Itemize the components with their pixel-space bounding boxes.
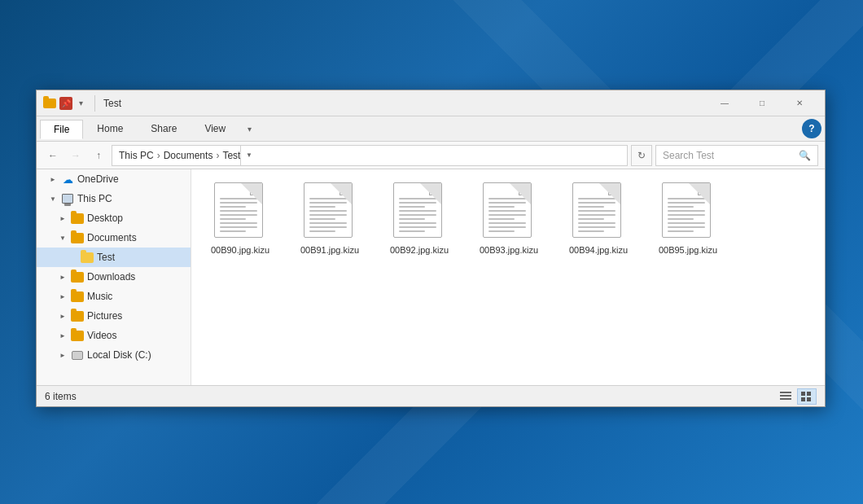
sidebar-item-pictures[interactable]: ► Pictures	[37, 306, 191, 326]
sidebar-item-desktop[interactable]: ► Desktop	[37, 208, 191, 228]
file-item-5[interactable]: 00B95.jpg.kizu	[647, 177, 729, 261]
back-button[interactable]: ←	[43, 146, 63, 165]
expand-arrow-desktop: ►	[59, 215, 69, 222]
sidebar-label-desktop: Desktop	[87, 213, 123, 224]
sidebar-label-test: Test	[97, 252, 115, 263]
doc-line	[578, 210, 615, 212]
tab-home[interactable]: Home	[83, 119, 137, 138]
details-view-button[interactable]	[776, 388, 795, 405]
expand-arrow-pictures: ►	[59, 313, 69, 320]
desktop-folder-icon	[71, 212, 84, 225]
tab-share[interactable]: Share	[137, 119, 191, 138]
maximize-button[interactable]: □	[743, 90, 781, 116]
explorer-window: 📌 ▾ Test — □ ✕ File Home Share View ▾ ? …	[36, 90, 826, 407]
doc-lines-1	[309, 198, 347, 232]
ribbon-expand-icon[interactable]: ▾	[239, 119, 259, 138]
doc-line	[309, 198, 347, 199]
address-dropdown-arrow[interactable]: ▼	[240, 145, 256, 166]
titlebar-folder-icon	[43, 99, 56, 108]
doc-line	[309, 226, 347, 228]
doc-line	[578, 214, 615, 216]
file-item-3[interactable]: 00B93.jpg.kizu	[468, 177, 550, 261]
doc-line	[488, 214, 526, 216]
sidebar-item-music[interactable]: ► Music	[37, 287, 191, 306]
large-icons-view-button[interactable]	[797, 388, 817, 405]
tab-view[interactable]: View	[191, 119, 239, 138]
up-button[interactable]: ↑	[89, 146, 108, 165]
file-name-0: 00B90.jpg.kizu	[211, 244, 269, 256]
address-path[interactable]: This PC › Documents › Test ▼	[112, 145, 628, 166]
doc-line	[578, 198, 615, 199]
doc-line	[668, 214, 705, 216]
doc-line	[668, 230, 694, 232]
sidebar-label-thispc: This PC	[77, 193, 112, 204]
doc-line	[399, 198, 436, 199]
search-box[interactable]: 🔍	[655, 145, 818, 166]
doc-line	[399, 226, 436, 228]
file-item-1[interactable]: 00B91.jpg.kizu	[289, 177, 370, 261]
videos-folder-icon	[71, 329, 84, 342]
file-icon-0	[214, 182, 266, 241]
search-icon[interactable]: 🔍	[799, 150, 811, 161]
forward-button[interactable]: →	[66, 146, 85, 165]
doc-line	[399, 206, 425, 208]
drive-icon	[71, 348, 84, 362]
status-item-count: 6 items	[45, 391, 776, 402]
search-input[interactable]	[663, 150, 795, 161]
titlebar-dropdown-arrow[interactable]: ▾	[79, 99, 83, 107]
svg-rect-0	[780, 392, 791, 393]
details-view-icon	[780, 392, 791, 401]
doc-line	[578, 230, 604, 232]
breadcrumb-documents[interactable]: Documents	[164, 150, 213, 161]
file-item-0[interactable]: 00B90.jpg.kizu	[199, 177, 281, 261]
doc-line	[309, 222, 347, 224]
file-item-4[interactable]: 00B94.jpg.kizu	[558, 177, 639, 261]
sidebar-item-onedrive[interactable]: ► ☁ OneDrive	[37, 169, 191, 189]
doc-line	[488, 206, 515, 208]
doc-line	[578, 218, 604, 220]
help-button[interactable]: ?	[802, 119, 821, 138]
doc-lines-2	[399, 198, 436, 232]
file-icon-1	[304, 182, 356, 241]
file-content: 00B90.jpg.kizu	[191, 169, 825, 385]
close-button[interactable]: ✕	[781, 90, 818, 116]
doc-line	[309, 214, 347, 216]
file-item-2[interactable]: 00B92.jpg.kizu	[379, 177, 460, 261]
sidebar-item-downloads[interactable]: ► Downloads	[37, 267, 191, 287]
doc-lines-3	[488, 198, 526, 232]
sidebar-label-documents: Documents	[87, 232, 137, 243]
file-name-4: 00B94.jpg.kizu	[569, 244, 628, 256]
file-name-2: 00B92.jpg.kizu	[390, 244, 449, 256]
doc-line	[668, 222, 705, 224]
doc-line	[399, 218, 425, 220]
svg-rect-6	[807, 397, 811, 401]
svg-rect-1	[780, 395, 791, 397]
expand-arrow-documents: ▼	[59, 234, 69, 242]
doc-line	[309, 210, 347, 212]
breadcrumb-test[interactable]: Test	[222, 150, 240, 161]
refresh-button[interactable]: ↻	[631, 145, 652, 166]
minimize-button[interactable]: —	[706, 90, 743, 116]
sidebar-item-localdisk[interactable]: ► Local Disk (C:)	[37, 345, 191, 365]
expand-arrow-thispc: ▼	[50, 195, 59, 203]
view-buttons	[776, 388, 817, 405]
sidebar-item-test[interactable]: ► Test	[37, 248, 191, 267]
title-bar: 📌 ▾ Test — □ ✕	[37, 90, 825, 116]
doc-line	[488, 210, 526, 212]
sidebar-item-thispc[interactable]: ▼ This PC	[37, 189, 191, 208]
doc-line	[668, 198, 705, 199]
tab-file[interactable]: File	[40, 120, 83, 139]
doc-line	[668, 226, 705, 228]
title-bar-icons: 📌 ▾	[43, 97, 83, 110]
documents-folder-icon	[71, 231, 84, 244]
file-icon-3	[483, 182, 535, 241]
doc-line	[220, 230, 246, 232]
breadcrumb-thispc[interactable]: This PC	[119, 150, 154, 161]
sidebar-item-documents[interactable]: ▼ Documents	[37, 228, 191, 248]
svg-rect-3	[801, 392, 805, 396]
doc-shape-1	[304, 182, 353, 238]
doc-shape-0	[214, 182, 263, 238]
sidebar-item-videos[interactable]: ► Videos	[37, 326, 191, 345]
svg-rect-4	[807, 392, 811, 396]
file-name-1: 00B91.jpg.kizu	[300, 244, 359, 256]
